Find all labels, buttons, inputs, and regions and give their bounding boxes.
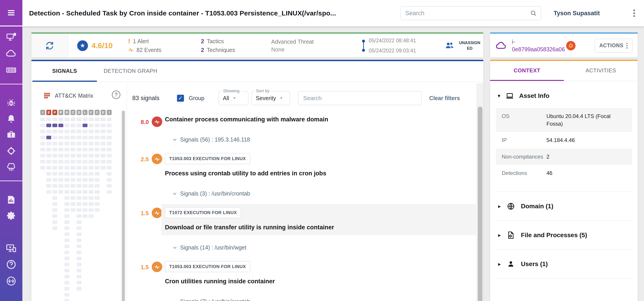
- matrix-tactic-header[interactable]: D: [64, 110, 69, 115]
- signal-expand-toggle[interactable]: Signals (7) : /usr/bin/crontab: [172, 298, 476, 301]
- matrix-tactic-header[interactable]: I: [107, 110, 112, 115]
- matrix-cell: [64, 178, 69, 182]
- matrix-help-icon[interactable]: ?: [112, 91, 120, 99]
- hamburger-menu-button[interactable]: [0, 0, 22, 27]
- matrix-scrollbar-thumb[interactable]: [122, 111, 125, 301]
- matrix-cell-active[interactable]: [58, 124, 63, 127]
- signal-title[interactable]: Download or file transfer utility is run…: [165, 224, 334, 231]
- kebab-menu-icon[interactable]: [629, 8, 639, 18]
- context-section-file-and-processes[interactable]: ▸File and Processes (5): [490, 221, 638, 249]
- tab-activities[interactable]: ACTIVITIES: [564, 61, 638, 81]
- matrix-column-c-8: C: [88, 110, 94, 301]
- sidebar-item-settings[interactable]: [0, 210, 22, 222]
- signals-count: 83 signals: [132, 95, 160, 102]
- matrix-cell: [101, 154, 106, 157]
- matrix-tactic-header[interactable]: I: [40, 110, 45, 115]
- matrix-column-e-10: E: [101, 110, 106, 301]
- signals-search-input[interactable]: [298, 91, 422, 105]
- matrix-cell-active[interactable]: [52, 124, 57, 127]
- refresh-button[interactable]: [31, 34, 68, 58]
- signal-title[interactable]: Container process communicating with mal…: [165, 116, 328, 123]
- matrix-cell: [76, 214, 82, 218]
- matrix-tactic-header[interactable]: E: [46, 110, 51, 115]
- matrix-cell: [70, 172, 76, 176]
- matrix-scrollbar[interactable]: [121, 110, 125, 301]
- matrix-cell: [52, 130, 57, 133]
- matrix-tactic-header[interactable]: C: [95, 110, 100, 115]
- signal-content[interactable]: T1053.003 EXECUTION FOR LINUXProcess usi…: [161, 150, 476, 181]
- matrix-tactic-header[interactable]: P: [58, 110, 63, 115]
- tab-context[interactable]: CONTEXT: [490, 61, 564, 81]
- matrix-cell: [76, 154, 82, 157]
- matrix-cell: [64, 166, 69, 170]
- matrix-cell-active[interactable]: [46, 136, 51, 139]
- signals-scrollbar-thumb[interactable]: [478, 107, 482, 301]
- signal-content[interactable]: T1072 EXECUTION FOR LINUXDownload or fil…: [161, 204, 476, 235]
- actions-button[interactable]: ACTIONS: [595, 39, 632, 53]
- sidebar-divider: [0, 180, 22, 181]
- signals-scrollbar[interactable]: [476, 83, 483, 301]
- matrix-tactic-header[interactable]: C: [88, 110, 94, 115]
- matrix-tactic-header[interactable]: E: [101, 110, 106, 115]
- matrix-cell: [95, 160, 100, 163]
- clear-filters-button[interactable]: Clear filters: [429, 95, 460, 101]
- assignee-block[interactable]: UNASSIGNED: [444, 34, 481, 58]
- sidebar-item-cloud[interactable]: [0, 48, 22, 60]
- matrix-cell: [46, 172, 51, 176]
- matrix-grid-icon: [44, 92, 50, 99]
- sidebar-item-endpoint[interactable]: [0, 31, 22, 43]
- showing-select[interactable]: Showing All: [218, 91, 248, 105]
- matrix-cell: [40, 118, 45, 121]
- matrix-cell: [95, 172, 100, 176]
- sidebar-item-threats[interactable]: [0, 97, 22, 109]
- sidebar-item-incidents[interactable]: [0, 129, 22, 141]
- sidebar-item-devices[interactable]: [0, 242, 22, 254]
- signal-expand-toggle[interactable]: Signals (14) : /usr/bin/wget: [172, 244, 476, 251]
- signal-expand-toggle[interactable]: Signals (3) : /usr/bin/crontab: [172, 190, 476, 197]
- matrix-cell: [82, 190, 88, 194]
- context-section-domain[interactable]: ▸Domain (1): [490, 192, 638, 221]
- user-name[interactable]: Tyson Supasatit: [554, 0, 600, 27]
- sidebar-item-api[interactable]: [0, 275, 22, 287]
- context-section-users[interactable]: ▸Users (1): [490, 250, 638, 278]
- sidebar-item-ai[interactable]: [0, 161, 22, 173]
- sidebar-item-containers[interactable]: [0, 64, 22, 76]
- tab-detection-graph[interactable]: DETECTION GRAPH: [97, 61, 164, 82]
- user-icon: [506, 260, 515, 268]
- group-checkbox[interactable]: ✓: [177, 95, 184, 102]
- signal-score: 2.5: [141, 154, 149, 163]
- matrix-tactic-header[interactable]: C: [70, 110, 76, 115]
- signal-expand-label: Signals (3) : /usr/bin/crontab: [180, 190, 250, 197]
- signal-expand-toggle[interactable]: Signals (56) : 195.3.146.118: [172, 136, 476, 143]
- global-search-input[interactable]: [401, 10, 530, 17]
- asset-info-header[interactable]: ▾ Asset Info: [498, 92, 638, 100]
- sidebar-item-reports[interactable]: [0, 194, 22, 206]
- signal-content[interactable]: Container process communicating with mal…: [161, 113, 476, 127]
- sort-by-select[interactable]: Sort by Severity: [252, 91, 290, 105]
- matrix-tactic-header[interactable]: P: [52, 110, 57, 115]
- signal-pulse-icon: [152, 116, 162, 127]
- search-icon[interactable]: [530, 10, 537, 17]
- sidebar-item-detections[interactable]: [0, 145, 22, 157]
- api-braces-icon: [6, 275, 17, 287]
- matrix-tactic-header[interactable]: D: [76, 110, 82, 115]
- matrix-tactic-header[interactable]: L: [82, 110, 88, 115]
- matrix-cell-active[interactable]: [46, 124, 51, 127]
- sidebar-item-alerts[interactable]: [0, 113, 22, 125]
- signal-title[interactable]: Cron utilities running inside container: [165, 278, 275, 285]
- report-file-icon: [6, 195, 16, 205]
- tactics-label: Tactics: [207, 38, 224, 45]
- matrix-cell: [82, 148, 88, 151]
- asset-info-label: Non-compliances: [502, 153, 546, 161]
- matrix-cell: [64, 244, 69, 248]
- signal-title[interactable]: Process using crontab utility to add ent…: [165, 170, 326, 177]
- matrix-cell: [82, 202, 88, 206]
- signal-content[interactable]: T1053.003 EXECUTION FOR LINUXCron utilit…: [161, 258, 476, 289]
- sort-by-label: Sort by: [254, 89, 271, 93]
- matrix-cell: [70, 178, 76, 182]
- tab-signals[interactable]: SIGNALS: [32, 61, 97, 82]
- asset-id-link[interactable]: i-0e8799aa058326a06: [512, 38, 565, 53]
- sidebar-item-help[interactable]: [0, 258, 22, 270]
- context-section-label: Users (1): [521, 260, 548, 268]
- matrix-cell-active[interactable]: [82, 124, 88, 127]
